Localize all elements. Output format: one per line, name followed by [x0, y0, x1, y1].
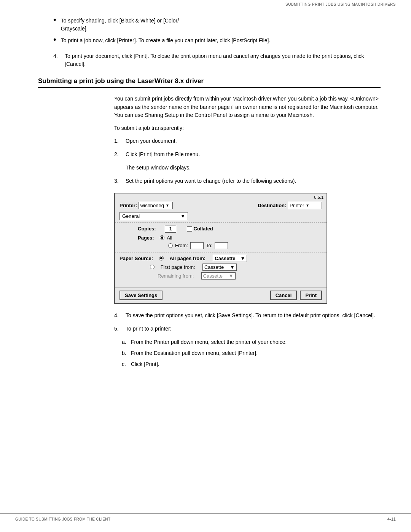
- sub-step-c-label: c.: [122, 360, 131, 368]
- bullet-item-2: • To print a job now, click [Printer]. T…: [53, 37, 381, 45]
- bullet-section: • To specify shading, click [Black & Whi…: [38, 17, 381, 45]
- print-dialog: 8.5.1 Printer: wishboneq ▼ Destination: …: [114, 193, 327, 304]
- step3: 3. Set the print options you want to cha…: [114, 177, 381, 185]
- remaining-from-row: Remaining from: Cassette ▼: [119, 272, 322, 280]
- copies-row: Copies: 1 Collated: [115, 223, 327, 234]
- copies-label: Copies:: [138, 226, 156, 232]
- bullet-text-1: To specify shading, click [Black & White…: [61, 17, 381, 33]
- printer-select[interactable]: wishboneq ▼: [139, 202, 173, 209]
- step4-num: 4.: [53, 52, 65, 68]
- pages-to-input[interactable]: [215, 242, 228, 249]
- intro-paragraph: You can submit print jobs directly from …: [114, 95, 381, 120]
- bullet-item-1: • To specify shading, click [Black & Whi…: [53, 17, 381, 33]
- setup-window-num: [114, 164, 126, 172]
- after-step5-num: 5.: [114, 325, 126, 333]
- dialog-wrapper: 8.5.1 Printer: wishboneq ▼ Destination: …: [38, 193, 381, 304]
- dialog-buttons: Save Settings Cancel Print: [115, 287, 327, 303]
- step3-text: Set the print options you want to change…: [126, 177, 381, 185]
- first-page-radio[interactable]: [150, 265, 155, 269]
- bullet-dot-1: •: [53, 16, 56, 24]
- sub-step-a-text: From the Printer pull down menu, select …: [131, 338, 287, 346]
- first-page-label: First page from:: [161, 264, 195, 270]
- step1-text: Open your document.: [126, 137, 381, 145]
- cancel-print-group: Cancel Print: [270, 291, 322, 300]
- step1-num: 1.: [114, 137, 126, 145]
- all-pages-radio[interactable]: [159, 256, 164, 260]
- steps-block: 1. Open your document. 2. Click [Print] …: [38, 137, 381, 185]
- copies-input[interactable]: 1: [165, 225, 176, 233]
- intro-block: You can submit print jobs directly from …: [38, 95, 381, 133]
- destination-label: Destination:: [258, 203, 286, 208]
- step4-text: To print your document, click [Print]. T…: [65, 52, 381, 68]
- sub-step-c: c. Click [Print].: [122, 360, 381, 368]
- pages-label: Pages:: [138, 235, 154, 241]
- collated-checkbox[interactable]: [187, 226, 192, 232]
- after-step4-text: To save the print options you set, click…: [126, 312, 381, 320]
- after-step4-num: 4.: [114, 312, 126, 320]
- sub-step-c-text: Click [Print].: [131, 360, 159, 368]
- sub-step-b-text: From the Destination pull down menu, sel…: [131, 349, 258, 357]
- bullet-dot-2: •: [53, 35, 56, 44]
- setup-window-text: The setup window displays.: [126, 164, 381, 172]
- footer-right: 4-11: [387, 517, 396, 521]
- first-page-row: First page from: Cassette ▼: [119, 264, 322, 271]
- paper-source-label: Paper Source:: [119, 256, 153, 261]
- header-title: SUBMITTING PRINT JOBS USING MACINTOSH DR…: [285, 2, 396, 6]
- footer-left: GUIDE TO SUBMITTING JOBS FROM THE CLIENT: [15, 517, 110, 521]
- pages-to-label: To:: [206, 243, 212, 248]
- print-button[interactable]: Print: [300, 291, 322, 300]
- pages-from-label: From:: [175, 243, 188, 248]
- step1: 1. Open your document.: [114, 137, 381, 145]
- first-page-dropdown[interactable]: Cassette ▼: [202, 264, 237, 271]
- page-footer: GUIDE TO SUBMITTING JOBS FROM THE CLIENT…: [0, 513, 411, 524]
- all-pages-from-label: All pages from:: [169, 256, 206, 261]
- all-pages-arrow-icon: ▼: [240, 256, 245, 261]
- all-pages-from-row: Paper Source: All pages from: Cassette ▼: [119, 255, 322, 262]
- step3-num: 3.: [114, 177, 126, 185]
- after-step5: 5. To print to a printer:: [114, 325, 381, 333]
- submit-label: To submit a job transparently:: [114, 124, 381, 133]
- destination-select[interactable]: Printer ▼: [288, 202, 322, 209]
- sub-step-b-label: b.: [122, 349, 131, 357]
- page-header: SUBMITTING PRINT JOBS USING MACINTOSH DR…: [0, 0, 411, 9]
- pages-from-to-row: From: To:: [138, 242, 322, 249]
- sub-step-a: a. From the Printer pull down menu, sele…: [122, 338, 381, 346]
- after-steps-block: 4. To save the print options you set, cl…: [38, 312, 381, 368]
- dialog-version: 8.5.1: [115, 193, 327, 200]
- destination-arrow-icon: ▼: [306, 203, 309, 208]
- main-content: • To specify shading, click [Black & Whi…: [0, 9, 411, 387]
- remaining-arrow-icon: ▼: [229, 273, 234, 279]
- pages-all-row: Pages: All: [138, 235, 322, 241]
- setup-window-note: The setup window displays.: [114, 164, 381, 172]
- sub-step-b: b. From the Destination pull down menu, …: [122, 349, 381, 357]
- cancel-button[interactable]: Cancel: [270, 291, 297, 300]
- step4-block: 4. To print your document, click [Print]…: [38, 52, 381, 68]
- sub-step-a-label: a.: [122, 338, 131, 346]
- pages-all-label: All: [167, 235, 172, 241]
- general-select[interactable]: General ▼: [119, 212, 188, 220]
- remaining-from-dropdown[interactable]: Cassette ▼: [201, 272, 236, 280]
- collated-label: Collated: [194, 226, 213, 232]
- step4: 4. To print your document, click [Print]…: [53, 52, 381, 68]
- collated-checkbox-group[interactable]: Collated: [187, 226, 213, 232]
- remaining-from-label: Remaining from:: [158, 273, 194, 279]
- bullet-text-2: To print a job now, click [Printer]. To …: [61, 37, 381, 45]
- save-settings-button[interactable]: Save Settings: [119, 291, 162, 300]
- printer-arrow-icon: ▼: [166, 203, 169, 208]
- pages-from-input[interactable]: [190, 242, 204, 249]
- section-heading: Submitting a print job using the LaserWr…: [38, 77, 381, 88]
- printer-destination-row: Printer: wishboneq ▼ Destination: Printe…: [115, 200, 327, 211]
- after-step4: 4. To save the print options you set, cl…: [114, 312, 381, 320]
- step2: 2. Click [Print] from the File menu.: [114, 150, 381, 158]
- general-arrow-icon: ▼: [180, 213, 185, 219]
- first-page-arrow-icon: ▼: [230, 264, 235, 270]
- pages-from-radio[interactable]: [168, 243, 173, 248]
- pages-row: Pages: All From: To:: [115, 234, 327, 252]
- sub-steps: a. From the Printer pull down menu, sele…: [114, 338, 381, 368]
- after-step5-text: To print to a printer:: [126, 325, 381, 333]
- general-dropdown-row: General ▼: [115, 211, 327, 223]
- step2-num: 2.: [114, 150, 126, 158]
- all-pages-dropdown[interactable]: Cassette ▼: [213, 255, 247, 262]
- step2-text: Click [Print] from the File menu.: [126, 150, 381, 158]
- pages-all-radio[interactable]: [160, 235, 164, 240]
